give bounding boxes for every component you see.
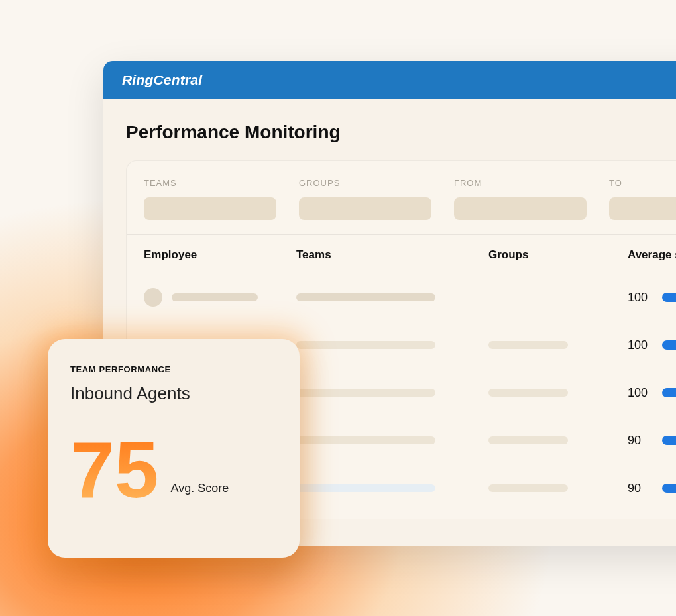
page-title: Performance Monitoring — [126, 122, 676, 143]
filter-from-label: FROM — [454, 178, 587, 188]
score-cell: 90 — [628, 434, 676, 448]
groups-cell — [488, 436, 628, 444]
filter-groups-label: GROUPS — [299, 178, 431, 188]
groups-cell — [488, 341, 628, 349]
filter-groups-input[interactable] — [299, 197, 431, 220]
groups-cell — [488, 484, 628, 492]
col-employee: Employee — [144, 248, 296, 262]
teams-placeholder — [296, 436, 435, 444]
filter-teams: TEAMS — [144, 178, 276, 220]
score-bar — [662, 388, 676, 397]
teams-cell — [296, 341, 488, 349]
groups-cell — [488, 389, 628, 397]
filter-teams-input[interactable] — [144, 197, 276, 220]
groups-placeholder — [488, 341, 568, 349]
score-value: 100 — [628, 291, 651, 305]
col-teams: Teams — [296, 248, 488, 262]
filter-from: FROM — [454, 178, 587, 220]
teams-cell — [296, 293, 488, 301]
employee-name-placeholder — [172, 293, 258, 301]
filter-groups: GROUPS — [299, 178, 431, 220]
card-title: Inbound Agents — [70, 384, 277, 404]
teams-placeholder — [296, 484, 435, 492]
score-value: 90 — [628, 434, 651, 448]
brand-text: RingCentral — [122, 72, 202, 87]
table-row[interactable]: 100 — [144, 274, 676, 321]
score-cell: 100 — [628, 338, 676, 352]
score-bar — [662, 293, 676, 302]
filter-to: TO — [609, 178, 676, 220]
groups-placeholder — [488, 436, 568, 444]
groups-placeholder — [488, 484, 568, 492]
col-avg-score: Average score — [628, 248, 676, 262]
score-value: 100 — [628, 386, 651, 400]
filter-to-label: TO — [609, 178, 676, 188]
teams-placeholder — [296, 341, 435, 349]
filter-teams-label: TEAMS — [144, 178, 276, 188]
employee-cell — [144, 288, 296, 307]
card-metric: 75 Avg. Score — [70, 432, 277, 507]
teams-placeholder — [296, 389, 435, 397]
teams-cell — [296, 484, 488, 492]
card-label: TEAM PERFORMANCE — [70, 364, 277, 374]
filter-from-input[interactable] — [454, 197, 587, 220]
score-value: 100 — [628, 338, 651, 352]
teams-cell — [296, 436, 488, 444]
app-header: RingCentral — [103, 61, 676, 99]
teams-placeholder — [296, 293, 435, 301]
team-performance-card: TEAM PERFORMANCE Inbound Agents 75 Avg. … — [48, 339, 300, 558]
score-bar — [662, 484, 676, 493]
teams-cell — [296, 389, 488, 397]
filter-row: TEAMS GROUPS FROM TO — [144, 178, 676, 220]
score-cell: 100 — [628, 291, 676, 305]
metric-value: 75 — [70, 432, 158, 507]
score-bar — [662, 340, 676, 350]
table-header: Employee Teams Groups Average score — [144, 248, 676, 274]
score-bar — [662, 436, 676, 445]
score-value: 90 — [628, 482, 651, 495]
filter-to-input[interactable] — [609, 197, 676, 220]
score-cell: 100 — [628, 386, 676, 400]
metric-sub: Avg. Score — [170, 482, 229, 507]
brand-logo: RingCentral — [122, 72, 202, 88]
avatar — [144, 288, 162, 307]
groups-placeholder — [488, 389, 568, 397]
score-cell: 90 — [628, 482, 676, 495]
col-groups: Groups — [488, 248, 628, 262]
panel-divider — [127, 234, 676, 235]
